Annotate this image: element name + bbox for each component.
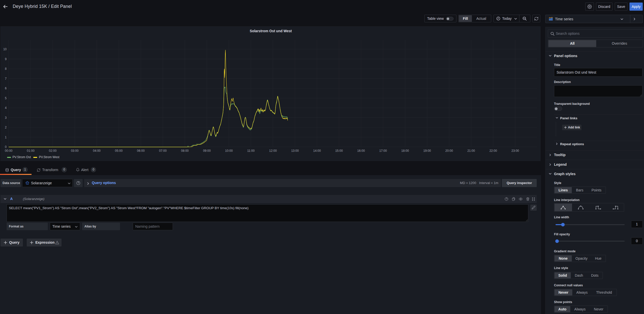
svg-text:14:00: 14:00 — [313, 149, 321, 153]
svg-text:03:00: 03:00 — [71, 149, 79, 153]
svg-text:2: 2 — [5, 126, 7, 129]
svg-text:07:00: 07:00 — [159, 149, 167, 153]
svg-text:01:00: 01:00 — [27, 149, 35, 153]
svg-text:8: 8 — [5, 67, 7, 71]
svg-text:15:00: 15:00 — [335, 149, 343, 153]
svg-text:16:00: 16:00 — [357, 149, 365, 153]
svg-text:1: 1 — [5, 136, 7, 139]
svg-text:23:00: 23:00 — [511, 149, 519, 153]
svg-text:0: 0 — [5, 145, 7, 149]
svg-text:5: 5 — [5, 96, 7, 100]
svg-text:11:00: 11:00 — [247, 149, 254, 153]
svg-text:05:00: 05:00 — [115, 149, 123, 153]
svg-text:00:00: 00:00 — [5, 149, 12, 153]
svg-text:04:00: 04:00 — [93, 149, 100, 153]
svg-text:17:00: 17:00 — [379, 149, 387, 153]
svg-text:02:00: 02:00 — [49, 149, 56, 153]
svg-text:12:00: 12:00 — [269, 149, 277, 153]
svg-text:09:00: 09:00 — [203, 149, 211, 153]
svg-text:18:00: 18:00 — [401, 149, 409, 153]
svg-text:10: 10 — [3, 47, 7, 51]
svg-text:20:00: 20:00 — [445, 149, 453, 153]
svg-text:06:00: 06:00 — [137, 149, 145, 153]
svg-text:21:00: 21:00 — [467, 149, 475, 153]
svg-text:08:00: 08:00 — [181, 149, 189, 153]
svg-text:9: 9 — [5, 57, 7, 61]
svg-text:7: 7 — [5, 77, 7, 80]
svg-text:19:00: 19:00 — [423, 149, 431, 153]
svg-text:10:00: 10:00 — [225, 149, 233, 153]
svg-text:3: 3 — [5, 116, 7, 120]
svg-text:4: 4 — [5, 106, 7, 110]
svg-text:13:00: 13:00 — [291, 149, 299, 153]
svg-text:22:00: 22:00 — [489, 149, 497, 153]
svg-text:6: 6 — [5, 87, 7, 90]
